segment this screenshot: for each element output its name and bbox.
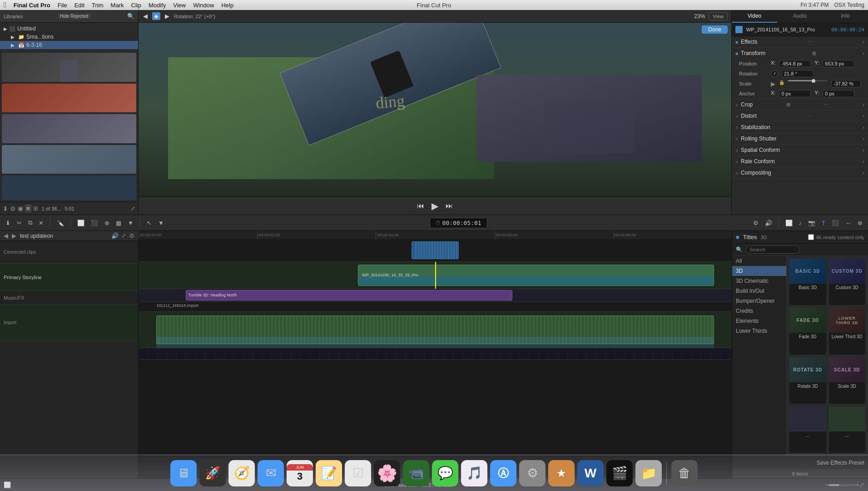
more-options-button[interactable]: ▼ [126,219,135,227]
add-video-button[interactable]: 📷 [806,219,817,227]
pos-x-field[interactable]: -954.8 px [779,60,811,67]
transform-expand-button[interactable]: › [863,50,864,56]
thumbnail-4[interactable]: WP_2014...0_46_Pro [2,145,136,174]
library-item-untitled[interactable]: ▶ ⬛ Untitled [0,25,138,33]
import-button[interactable]: ⬇ [3,205,8,212]
done-button[interactable]: Done [702,25,728,34]
cat-3d-cinematic[interactable]: 3D Cinematic [732,276,786,286]
blade-button[interactable]: 🔪 [55,219,66,227]
dock-icon-finder2[interactable]: 📁 [635,460,662,486]
connected-clip-1[interactable] [412,241,459,259]
search-icon[interactable]: 🔍 [127,13,134,20]
app-menu-finalcut[interactable]: Final Cut Pro [14,2,50,9]
effect-tile-rotate3d[interactable]: ROTATE 3D Rotate 3D [789,357,826,404]
crop-grid-button[interactable]: ⊞ [786,102,790,108]
effects-search-input[interactable] [745,246,800,254]
dock-icon-fcpx[interactable]: 🎬 [606,460,633,486]
dock-icon-appstore[interactable]: Ⓐ [490,460,516,486]
clip-appearance-button[interactable]: ▣ [18,205,23,212]
rolling-shutter-section-header[interactable]: ■ Rolling Shutter › [732,133,868,144]
menu-view[interactable]: View [173,2,186,9]
transform-section-header[interactable]: ■ Transform ⊞ › [732,48,868,59]
transform-button[interactable]: ◈ [152,12,160,20]
scale-expand-button[interactable]: ▶ [771,80,775,87]
playhead[interactable] [435,262,436,289]
dock-icon-itunes[interactable]: 🎵 [461,460,487,486]
settings-button[interactable]: ⚙ [751,219,760,227]
go-to-start-button[interactable]: ⏮ [417,202,424,210]
delete-button[interactable]: ✕ [37,219,45,227]
distort-expand-button[interactable]: › [863,113,864,119]
effect-tile-scale3d[interactable]: SCALE 3D Scale 3D [829,357,866,404]
hide-rejected-button[interactable]: Hide Rejected [57,13,91,20]
cat-3d[interactable]: 3D [732,266,786,276]
menu-help[interactable]: Help [221,2,233,9]
stabilization-expand-button[interactable]: › [863,125,864,130]
add-gen-button[interactable]: ⬛ [830,219,841,227]
thumbnail-1[interactable]: WP_2014...8_13_Pro [2,53,136,82]
cat-credits[interactable]: Credits [732,306,786,316]
library-item-smartcollections[interactable]: ▶ 📁 Sma...tions [0,33,138,41]
inspector-tab-info[interactable]: Info [823,10,868,23]
compositing-expand-button[interactable]: › [863,170,864,175]
dock-icon-word[interactable]: W [577,460,604,486]
rotation-dial[interactable] [771,70,778,77]
compositing-section-header[interactable]: ■ Compositing › [732,167,868,178]
dock-icon-sysprefs[interactable]: ⚙ [519,460,546,486]
dock-icon-safari[interactable]: 🧭 [228,460,255,486]
clip-appearance-tl-button[interactable]: ⬜ [784,219,794,227]
seq-prev-button[interactable]: ◀ [4,232,8,239]
dock-icon-mail[interactable]: ✉ [258,460,284,486]
effects-section-header[interactable]: ■ Effects ⋯ › [732,36,868,47]
rate-conform-section-header[interactable]: ■ Rate Conform › [732,156,868,167]
spatial-conform-section-header[interactable]: ■ Spatial Conform › [732,145,868,155]
apple-menu[interactable]:  [4,1,6,9]
dock-icon-notes[interactable]: 📝 [316,460,342,486]
inspector-tab-audio[interactable]: Audio [777,10,823,23]
crop-section-header[interactable]: ■ Crop ⊞ ⋯ › [732,99,868,110]
seq-audio-button[interactable]: 🔊 [111,232,119,239]
crop-expand-button[interactable]: › [863,102,864,107]
menu-edit[interactable]: Edit [74,2,84,9]
connect-button[interactable]: ⊕ [103,219,111,227]
dock-icon-finder[interactable]: 🖥 [170,460,197,486]
menu-modify[interactable]: Modify [149,2,166,9]
menu-mark[interactable]: Mark [111,2,124,9]
effect-tile-fade3d[interactable]: FADE 3D Fade 3D [789,308,826,354]
cut-button[interactable]: ✂ [15,219,24,227]
view-menu-button[interactable]: View [709,12,728,20]
pos-y-field[interactable]: 653.9 px [823,60,854,67]
expand-button[interactable]: ⤢ [130,205,135,212]
scale-field[interactable]: -37.82 % [831,80,861,87]
append-button[interactable]: ⬛ [89,219,100,227]
effects-expand-button[interactable]: ⋯ [808,39,813,45]
audio-button[interactable]: 🔊 [763,219,774,227]
cat-build-inout[interactable]: Build In/Out [732,286,786,296]
gear-button[interactable]: ⚙ [10,205,16,212]
seq-next-button[interactable]: ▶ [12,232,16,239]
menu-window[interactable]: Window [193,2,214,9]
seq-settings-button[interactable]: ⚙ [129,232,134,239]
cat-bumper-opener[interactable]: Bumper/Opener [732,296,786,306]
effect-tile-basic3d[interactable]: BASIC 3D Basic 3D [789,259,826,305]
crop-options-button[interactable]: ⋯ [824,102,829,108]
spatial-conform-expand-button[interactable]: › [863,147,864,153]
rate-conform-expand-button[interactable]: › [863,159,864,164]
next-clip-button[interactable]: ▶ [164,12,170,20]
tumble-clip[interactable]: Tumble 3D: Heading North [186,290,512,301]
4k-filter-label[interactable]: 4K-ready content only [808,234,864,240]
rolling-shutter-expand-button[interactable]: › [863,136,864,141]
4k-filter-checkbox[interactable] [808,234,814,240]
anchor-x-field[interactable]: 0 px [779,90,811,97]
stabilization-section-header[interactable]: ■ Stabilization › [732,122,868,133]
scale-slider[interactable] [788,80,828,81]
anchor-y-field[interactable]: 0 px [823,90,854,97]
cat-elements[interactable]: Elements [732,316,786,326]
add-text-button[interactable]: T [820,219,827,227]
library-item-6316[interactable]: ▶ 📅 6-3-16 [0,41,138,49]
overwrite-button[interactable]: ▦ [114,219,123,227]
distort-section-header[interactable]: ■ Distort ⋯ › [732,110,868,121]
distort-options-button[interactable]: ⋯ [807,113,812,119]
cat-lower-thirds[interactable]: Lower Thirds [732,326,786,336]
menu-clip[interactable]: Clip [131,2,141,9]
